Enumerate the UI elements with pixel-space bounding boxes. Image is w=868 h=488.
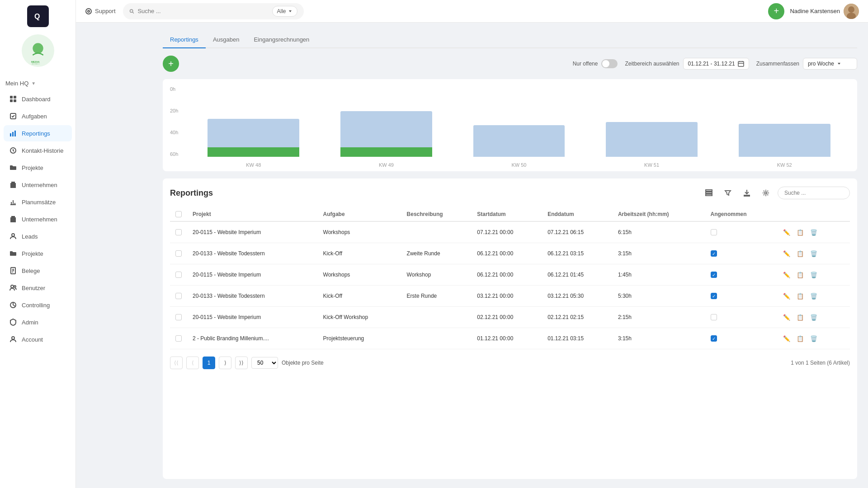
tab-reportings[interactable]: Reportings — [163, 32, 206, 48]
sidebar-item-benutzer[interactable]: Benutzer — [4, 280, 72, 296]
row-angenommen-checkbox[interactable] — [711, 229, 717, 235]
layout-icon — [705, 189, 712, 197]
search-input[interactable] — [137, 8, 268, 14]
add-button[interactable]: + — [768, 3, 784, 19]
table-title: Reportings — [170, 188, 213, 198]
table-row: 20-0133 - Website Todesstern Kick-Off Zw… — [170, 243, 850, 264]
page-first-button[interactable]: ⟨⟨ — [170, 357, 183, 369]
svg-rect-6 — [10, 96, 13, 99]
page-1-button[interactable]: 1 — [203, 357, 215, 369]
row-actions: ✏️ 📋 🗑️ — [781, 333, 844, 344]
mein-hq-item[interactable]: Mein HQ ▼ — [0, 76, 75, 91]
row-edit-button[interactable]: ✏️ — [781, 311, 793, 323]
col-projekt: Projekt — [187, 207, 318, 221]
bar-icon — [9, 198, 17, 206]
row-angenommen-checkbox[interactable] — [711, 314, 717, 320]
zeitbereich-label: Zeitbereich auswählen — [625, 61, 679, 67]
company-logo[interactable]: MEDIA GMBH — [22, 34, 54, 67]
row-delete-button[interactable]: 🗑️ — [808, 311, 820, 323]
row-checkbox[interactable] — [175, 293, 182, 299]
row-checkbox[interactable] — [175, 272, 182, 278]
main-content: Reportings Ausgaben Eingangsrechnungen +… — [152, 23, 868, 488]
row-edit-button[interactable]: ✏️ — [781, 248, 793, 259]
sidebar-item-projekte1[interactable]: Projekte — [4, 160, 72, 176]
date-range-input[interactable]: 01.12.21 - 31.12.21 — [683, 58, 749, 70]
table-filter-button[interactable] — [721, 186, 735, 200]
row-delete-button[interactable]: 🗑️ — [808, 269, 820, 281]
sidebar-item-admin[interactable]: Admin — [4, 314, 72, 330]
row-angenommen-checkbox[interactable] — [711, 272, 717, 278]
sidebar-item-label: Projekte — [22, 164, 43, 171]
week-select-dropdown[interactable]: pro Woche — [803, 58, 857, 70]
row-delete-button[interactable]: 🗑️ — [808, 333, 820, 344]
row-delete-button[interactable]: 🗑️ — [808, 248, 820, 259]
page-last-button[interactable]: ⟩⟩ — [235, 357, 248, 369]
row-angenommen-checkbox[interactable] — [711, 335, 717, 342]
row-beschreibung — [401, 221, 472, 243]
tab-eingangsrechnungen[interactable]: Eingangsrechnungen — [246, 32, 316, 48]
chart-add-button[interactable]: + — [163, 56, 179, 72]
sidebar-item-leads[interactable]: Leads — [4, 228, 72, 244]
search-filter-label: Alle — [277, 8, 286, 14]
tab-ausgaben[interactable]: Ausgaben — [206, 32, 247, 48]
chevron-down-icon: ▼ — [31, 81, 36, 86]
user-icon — [9, 232, 17, 240]
sidebar-item-belege[interactable]: Belege — [4, 263, 72, 279]
nur-offene-toggle[interactable] — [601, 59, 618, 68]
sidebar-item-account[interactable]: Account — [4, 331, 72, 347]
sidebar-item-controlling[interactable]: Controlling — [4, 297, 72, 313]
sidebar-item-unternehmen2[interactable]: Unternehmen — [4, 211, 72, 227]
row-edit-button[interactable]: ✏️ — [781, 226, 793, 238]
sidebar-item-unternehmen1[interactable]: Unternehmen — [4, 177, 72, 193]
shield-icon — [9, 318, 17, 326]
table-settings-button[interactable] — [759, 186, 773, 200]
page-next-button[interactable]: ⟩ — [219, 357, 231, 369]
sidebar-item-projekte2[interactable]: Projekte — [4, 245, 72, 262]
row-delete-button[interactable]: 🗑️ — [808, 290, 820, 302]
support-link[interactable]: Support — [85, 8, 116, 15]
row-edit-button[interactable]: ✏️ — [781, 269, 793, 281]
sidebar-item-dashboard[interactable]: Dashboard — [4, 91, 72, 107]
pie-icon — [9, 301, 17, 309]
row-copy-button[interactable]: 📋 — [794, 311, 806, 323]
table-layout-button[interactable] — [702, 186, 716, 200]
row-copy-button[interactable]: 📋 — [794, 248, 806, 259]
select-all-checkbox[interactable] — [175, 211, 182, 217]
svg-point-25 — [14, 286, 16, 287]
per-page-select[interactable]: 50 25 100 — [251, 357, 278, 369]
page-prev-button[interactable]: ⟨ — [186, 357, 199, 369]
row-startdatum: 03.12.21 00:00 — [472, 286, 542, 307]
table-search-input[interactable] — [778, 187, 850, 199]
sidebar-item-planumsatze[interactable]: Planumsätze — [4, 194, 72, 210]
row-copy-button[interactable]: 📋 — [794, 226, 806, 238]
row-checkbox[interactable] — [175, 250, 182, 257]
filter-icon — [724, 189, 731, 197]
app-logo[interactable]: Q — [27, 5, 49, 27]
row-edit-button[interactable]: ✏️ — [781, 290, 793, 302]
row-checkbox[interactable] — [175, 229, 182, 235]
chart-bars — [188, 86, 850, 157]
row-actions: ✏️ 📋 🗑️ — [781, 269, 844, 281]
row-copy-button[interactable]: 📋 — [794, 333, 806, 344]
user-menu[interactable]: Nadine Karstensen — [790, 4, 859, 19]
table-export-button[interactable] — [740, 186, 754, 200]
row-edit-button[interactable]: ✏️ — [781, 333, 793, 344]
row-aufgabe: Kick-Off — [318, 243, 401, 264]
sidebar-item-aufgaben[interactable]: Aufgaben — [4, 108, 72, 124]
row-arbeitszeit: 1:45h — [613, 264, 705, 286]
row-aufgabe: Workshops — [318, 264, 401, 286]
row-angenommen-checkbox[interactable] — [711, 250, 717, 257]
row-checkbox[interactable] — [175, 314, 182, 320]
svg-rect-8 — [10, 99, 13, 102]
search-bar[interactable]: Alle — [123, 3, 304, 19]
search-filter-dropdown[interactable]: Alle — [272, 6, 297, 17]
row-copy-button[interactable]: 📋 — [794, 269, 806, 281]
row-angenommen-checkbox[interactable] — [711, 293, 717, 299]
sidebar-item-reportings[interactable]: Reportings — [4, 125, 72, 141]
row-checkbox[interactable] — [175, 335, 182, 342]
sidebar-item-kontakt-historie[interactable]: Kontakt-Historie — [4, 142, 72, 159]
row-copy-button[interactable]: 📋 — [794, 290, 806, 302]
col-enddatum: Enddatum — [542, 207, 613, 221]
svg-rect-17 — [14, 184, 15, 186]
row-delete-button[interactable]: 🗑️ — [808, 226, 820, 238]
